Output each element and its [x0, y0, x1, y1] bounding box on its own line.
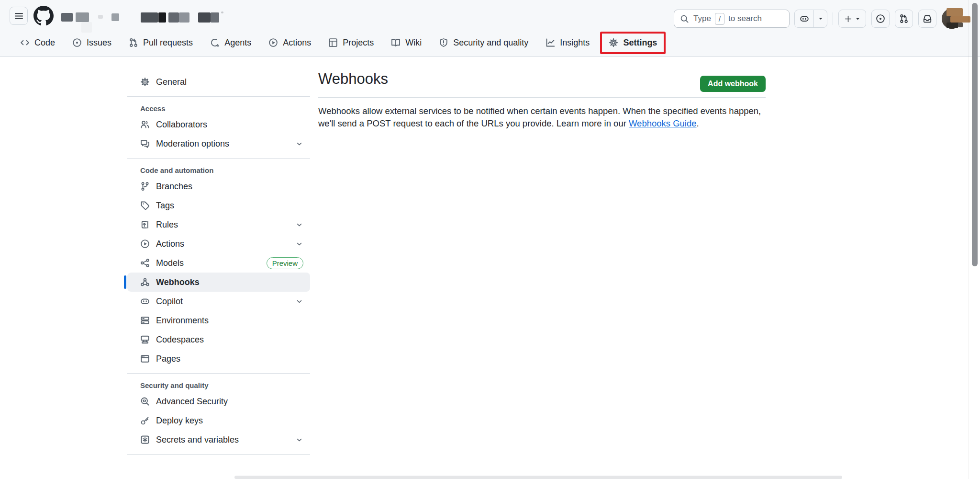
search-placeholder: Type/to search — [693, 13, 762, 25]
sidebar-item-advanced-security[interactable]: Advanced Security — [127, 392, 310, 411]
preview-badge: Preview — [267, 257, 303, 269]
sidebar-item-pages[interactable]: Pages — [127, 349, 310, 368]
breadcrumb-redaction-6 — [158, 12, 166, 23]
issues-button[interactable] — [871, 10, 890, 28]
sidebar-item-webhooks[interactable]: Webhooks — [127, 273, 310, 292]
book-icon — [391, 38, 401, 47]
tab-projects[interactable]: Projects — [322, 33, 380, 53]
agents-icon — [210, 38, 220, 47]
header-actions — [794, 10, 962, 28]
add-webhook-button[interactable]: Add webhook — [700, 76, 766, 92]
breadcrumb-redaction-10 — [211, 12, 219, 23]
workflow-icon — [140, 258, 150, 268]
chevron-down-icon — [295, 140, 303, 148]
tab-code[interactable]: Code — [13, 33, 62, 53]
search-icon — [680, 14, 689, 23]
gear-icon — [140, 77, 150, 87]
sidebar-item-environments[interactable]: Environments — [127, 311, 310, 330]
hamburger-icon — [14, 11, 23, 21]
sidebar-divider — [127, 96, 310, 97]
code-icon — [20, 38, 30, 47]
tab-settings[interactable]: Settings — [600, 32, 666, 54]
tab-actions[interactable]: Actions — [262, 33, 318, 53]
breadcrumb-redaction-3 — [98, 15, 103, 19]
sidebar-item-general[interactable]: General — [127, 72, 310, 91]
tab-agents[interactable]: Agents — [203, 33, 258, 53]
tab-issues[interactable]: Issues — [66, 33, 118, 53]
sidebar-item-access: Access — [127, 102, 310, 115]
breadcrumb-redaction-5 — [141, 12, 158, 23]
triangle-down-icon — [855, 16, 861, 22]
sidebar-item-copilot[interactable]: Copilot — [127, 292, 310, 311]
settings-sidebar: General Access Collaborators Moderation … — [127, 57, 310, 459]
play-icon — [268, 38, 278, 47]
pull-requests-button[interactable] — [895, 10, 913, 28]
create-new-button[interactable] — [838, 10, 866, 28]
global-bar: Type/to search — [0, 0, 980, 29]
sidebar-item-branches[interactable]: Branches — [127, 177, 310, 196]
rules-icon — [140, 220, 150, 229]
breadcrumb-redaction-0 — [61, 13, 73, 22]
plus-icon — [844, 15, 852, 23]
sidebar-item-models[interactable]: Models Preview — [127, 253, 310, 273]
sidebar-item-deploy-keys[interactable]: Deploy keys — [127, 411, 310, 430]
copilot-button — [794, 10, 827, 28]
copilot-icon — [800, 14, 809, 23]
search-input[interactable]: Type/to search — [674, 10, 790, 28]
webhooks-guide-link[interactable]: Webhooks Guide — [629, 118, 697, 128]
breadcrumb-redaction-4 — [111, 13, 119, 21]
tab-pull-requests[interactable]: Pull requests — [122, 33, 200, 53]
shield-icon — [439, 38, 448, 47]
key-asterisk-icon — [140, 435, 150, 445]
pull-request-icon — [129, 38, 138, 47]
tab-wiki[interactable]: Wiki — [384, 33, 428, 53]
graph-icon — [546, 38, 555, 47]
chevron-down-icon — [295, 240, 303, 248]
avatar-redaction-3 — [958, 23, 963, 27]
sidebar-divider — [127, 373, 310, 374]
sidebar-item-actions[interactable]: Actions — [127, 234, 310, 253]
chevron-down-icon — [295, 221, 303, 229]
hamburger-menu-button[interactable] — [10, 7, 28, 25]
tab-insights[interactable]: Insights — [539, 33, 596, 53]
comment-discussion-icon — [140, 139, 150, 148]
sidebar-item-codespaces[interactable]: Codespaces — [127, 330, 310, 349]
copilot-dropdown-button[interactable] — [814, 10, 827, 27]
sidebar-item-tags[interactable]: Tags — [127, 196, 310, 215]
triangle-down-icon — [817, 15, 824, 22]
title-divider — [318, 97, 766, 98]
breadcrumb-redaction-7 — [168, 12, 179, 23]
environments-icon — [140, 316, 150, 325]
codescan-icon — [140, 397, 150, 406]
codespaces-icon — [140, 335, 150, 344]
tag-icon — [140, 201, 150, 210]
sidebar-item-code-and-automation: Code and automation — [127, 163, 310, 177]
sidebar-item-moderation-options[interactable]: Moderation options — [127, 134, 310, 153]
projects-table-icon — [328, 38, 338, 47]
main-content: Webhooks Add webhook Webhooks allow exte… — [318, 57, 766, 139]
gear-icon — [609, 38, 618, 47]
browser-icon — [140, 354, 150, 364]
breadcrumb-redaction-9 — [198, 12, 211, 23]
issue-opened-icon — [876, 14, 885, 23]
chevron-down-icon — [295, 297, 303, 306]
breadcrumb-redaction-8 — [179, 12, 189, 23]
webhooks-description: Webhooks allow external services to be n… — [318, 105, 766, 130]
scrollbar-thumb[interactable] — [972, 3, 978, 266]
tab-security-and-quality[interactable]: Security and quality — [432, 33, 535, 53]
scrollbar-track — [969, 0, 980, 479]
git-branch-icon — [140, 182, 150, 191]
inbox-button[interactable] — [918, 10, 936, 28]
copilot-menu-button[interactable] — [795, 10, 814, 27]
github-logo[interactable] — [33, 6, 54, 26]
sidebar-item-collaborators[interactable]: Collaborators — [127, 115, 310, 134]
play-icon — [140, 239, 150, 249]
sidebar-item-secrets-and-variables[interactable]: Secrets and variables — [127, 430, 310, 449]
issue-opened-icon — [72, 38, 82, 47]
avatar-redaction-0 — [947, 8, 963, 16]
pull-request-icon — [899, 14, 909, 23]
sidebar-item-security-and-quality: Security and quality — [127, 378, 310, 392]
sidebar-item-rules[interactable]: Rules — [127, 215, 310, 234]
webhook-icon — [140, 277, 150, 287]
bottom-overlay-band — [234, 476, 842, 479]
